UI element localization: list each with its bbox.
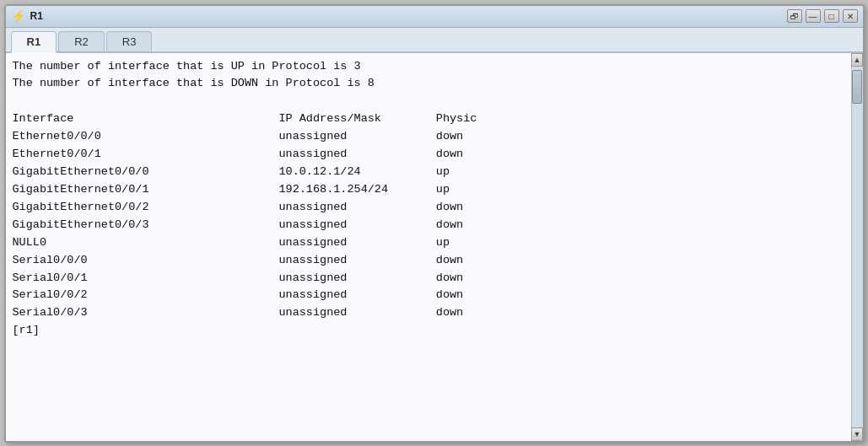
window-title: R1 bbox=[30, 10, 43, 22]
tab-r3[interactable]: R3 bbox=[106, 31, 153, 51]
window-controls: 🗗 — □ ✕ bbox=[787, 9, 858, 23]
title-bar: ⚡ R1 🗗 — □ ✕ bbox=[6, 6, 863, 28]
scroll-down-button[interactable]: ▼ bbox=[851, 427, 863, 441]
main-window: ⚡ R1 🗗 — □ ✕ R1 R2 R3 The number of inte… bbox=[4, 4, 865, 443]
scroll-thumb[interactable] bbox=[852, 70, 862, 104]
title-bar-left: ⚡ R1 bbox=[11, 9, 43, 23]
terminal-output[interactable]: The number of interface that is UP in Pr… bbox=[6, 53, 851, 441]
tab-r1[interactable]: R1 bbox=[11, 31, 57, 53]
maximize-button[interactable]: □ bbox=[824, 9, 839, 23]
scrollbar: ▲ ▼ bbox=[851, 53, 863, 441]
app-icon: ⚡ bbox=[11, 9, 25, 23]
minimize-button[interactable]: — bbox=[806, 9, 821, 23]
content-area: The number of interface that is UP in Pr… bbox=[6, 53, 863, 441]
restore-button[interactable]: 🗗 bbox=[787, 9, 802, 23]
scroll-up-button[interactable]: ▲ bbox=[851, 53, 863, 67]
scroll-track bbox=[852, 67, 863, 427]
tab-bar: R1 R2 R3 bbox=[6, 28, 863, 53]
tab-r2[interactable]: R2 bbox=[58, 31, 105, 51]
close-button[interactable]: ✕ bbox=[843, 9, 858, 23]
